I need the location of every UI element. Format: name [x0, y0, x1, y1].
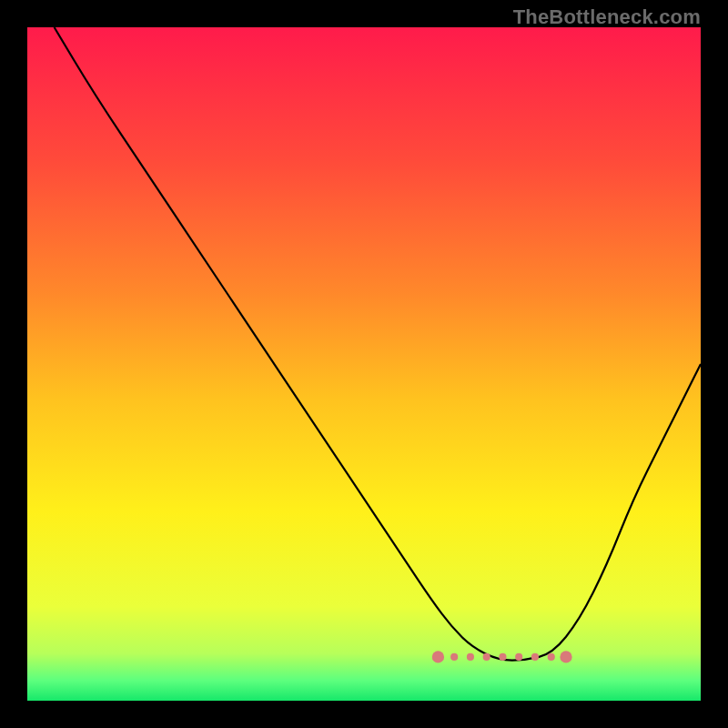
svg-point-5 — [499, 653, 506, 661]
bottleneck-curve — [55, 27, 701, 661]
svg-point-3 — [467, 653, 474, 661]
svg-point-6 — [515, 653, 522, 661]
watermark-text: TheBottleneck.com — [513, 5, 701, 29]
svg-point-0 — [432, 651, 444, 662]
flat-optimum-band — [432, 651, 572, 662]
svg-point-7 — [531, 653, 539, 661]
svg-point-4 — [483, 653, 490, 661]
svg-point-2 — [450, 653, 458, 661]
curve-layer — [27, 27, 701, 701]
svg-point-8 — [548, 653, 555, 661]
plot-area — [27, 27, 701, 701]
svg-point-1 — [560, 651, 571, 662]
chart-frame: TheBottleneck.com — [0, 0, 728, 728]
